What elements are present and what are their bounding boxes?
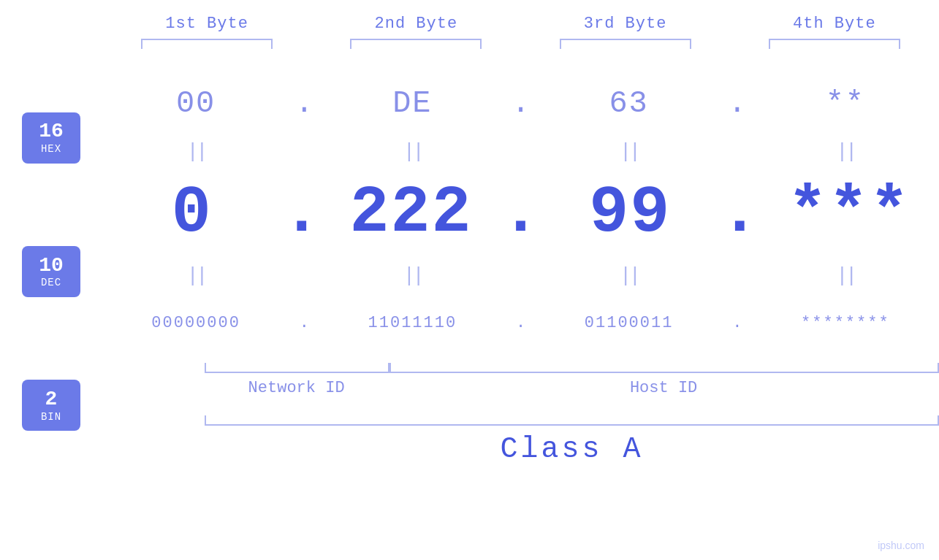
bin-val-4: ******** bbox=[801, 314, 890, 332]
hex-badge: 16 HEX bbox=[22, 112, 80, 164]
hex-val-3: 63 bbox=[609, 86, 648, 121]
byte-headers: 1st Byte 2nd Byte 3rd Byte 4th Byte bbox=[0, 15, 939, 33]
content-area: 16 HEX 10 DEC 2 BIN 00 . DE . 63 . ** bbox=[0, 71, 939, 560]
bottom-section: Network ID Host ID Class A bbox=[102, 363, 939, 466]
bottom-brackets-row bbox=[205, 363, 939, 373]
class-label: Class A bbox=[500, 433, 643, 466]
dec-row: 0 . 222 . 99 . *** bbox=[102, 166, 939, 261]
bin-val-3: 01100011 bbox=[585, 314, 674, 332]
network-bracket bbox=[205, 363, 389, 373]
bin-dot-2: . bbox=[516, 314, 525, 332]
class-bracket-row bbox=[205, 415, 939, 426]
bin-dot-3: . bbox=[732, 314, 742, 332]
bin-val-2: 11011110 bbox=[368, 314, 457, 332]
hex-dot-3: . bbox=[728, 86, 746, 121]
labels-column: 16 HEX 10 DEC 2 BIN bbox=[0, 71, 102, 560]
bottom-labels-row: Network ID Host ID bbox=[205, 379, 939, 397]
hex-label: HEX bbox=[41, 143, 61, 155]
bin-val-1: 00000000 bbox=[151, 314, 240, 332]
hex-val-4: ** bbox=[826, 86, 865, 121]
host-id-label: Host ID bbox=[388, 379, 939, 397]
class-bracket bbox=[205, 415, 939, 426]
byte3-header: 3rd Byte bbox=[521, 15, 730, 33]
eq-3: || bbox=[620, 140, 639, 163]
eq-5: || bbox=[186, 264, 205, 287]
byte4-header: 4th Byte bbox=[730, 15, 939, 33]
hex-dot-2: . bbox=[512, 86, 530, 121]
main-container: 1st Byte 2nd Byte 3rd Byte 4th Byte 16 H… bbox=[0, 0, 939, 560]
dec-dot-3: . bbox=[720, 176, 759, 250]
eq-2: || bbox=[403, 140, 422, 163]
hex-row: 00 . DE . 63 . ** bbox=[102, 71, 939, 137]
hex-number: 16 bbox=[39, 120, 64, 143]
bin-dot-1: . bbox=[300, 314, 309, 332]
dec-val-2: 222 bbox=[350, 176, 473, 250]
equals-row-1: || || || || bbox=[102, 137, 939, 166]
eq-1: || bbox=[186, 140, 205, 163]
bin-label: BIN bbox=[41, 411, 61, 423]
bin-number: 2 bbox=[45, 388, 58, 411]
host-bracket bbox=[389, 363, 939, 373]
dec-val-4: *** bbox=[788, 176, 911, 250]
hex-dot-1: . bbox=[295, 86, 313, 121]
hex-val-1: 00 bbox=[176, 86, 216, 121]
dec-label: DEC bbox=[41, 277, 61, 288]
eq-8: || bbox=[836, 264, 855, 287]
bin-badge: 2 BIN bbox=[22, 380, 80, 431]
watermark: ipshu.com bbox=[878, 540, 924, 551]
byte1-header: 1st Byte bbox=[102, 15, 311, 33]
dec-val-3: 99 bbox=[589, 176, 671, 250]
top-brackets bbox=[0, 39, 939, 49]
eq-4: || bbox=[836, 140, 855, 163]
rows-area: 00 . DE . 63 . ** || || || || 0 . bbox=[102, 71, 939, 560]
eq-7: || bbox=[620, 264, 639, 287]
dec-dot-2: . bbox=[501, 176, 540, 250]
dec-dot-1: . bbox=[282, 176, 322, 250]
dec-number: 10 bbox=[39, 255, 64, 277]
bin-row: 00000000 . 11011110 . 01100011 . *******… bbox=[102, 290, 939, 356]
dec-badge: 10 DEC bbox=[22, 246, 80, 297]
dec-val-1: 0 bbox=[172, 176, 213, 250]
network-id-label: Network ID bbox=[205, 379, 388, 397]
class-label-row: Class A bbox=[205, 433, 939, 466]
equals-row-2: || || || || bbox=[102, 261, 939, 290]
byte2-header: 2nd Byte bbox=[311, 15, 520, 33]
hex-val-2: DE bbox=[392, 86, 432, 121]
eq-6: || bbox=[403, 264, 422, 287]
